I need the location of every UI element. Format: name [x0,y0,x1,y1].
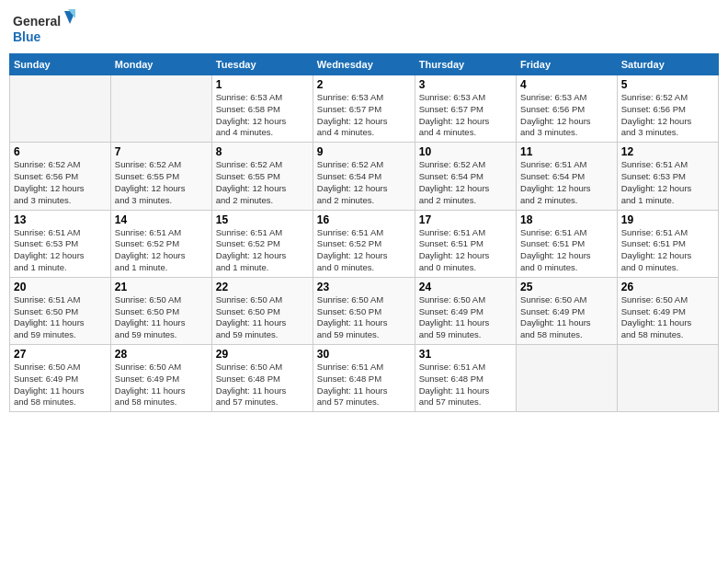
day-info: Sunrise: 6:50 AM Sunset: 6:49 PM Dayligh… [520,294,613,341]
day-info: Sunrise: 6:51 AM Sunset: 6:53 PM Dayligh… [14,227,107,274]
day-number: 27 [14,348,107,361]
day-number: 25 [520,281,613,293]
calendar-day-cell: 25Sunrise: 6:50 AM Sunset: 6:49 PM Dayli… [517,277,618,344]
calendar-day-cell: 30Sunrise: 6:51 AM Sunset: 6:48 PM Dayli… [313,345,415,412]
calendar-week-row: 6Sunrise: 6:52 AM Sunset: 6:56 PM Daylig… [10,143,719,210]
calendar-day-cell: 24Sunrise: 6:50 AM Sunset: 6:49 PM Dayli… [415,277,516,344]
day-info: Sunrise: 6:51 AM Sunset: 6:52 PM Dayligh… [317,227,411,274]
calendar-day-cell: 23Sunrise: 6:50 AM Sunset: 6:50 PM Dayli… [313,277,415,344]
day-info: Sunrise: 6:52 AM Sunset: 6:56 PM Dayligh… [621,92,714,139]
day-number: 29 [216,348,309,361]
day-info: Sunrise: 6:51 AM Sunset: 6:48 PM Dayligh… [419,362,512,408]
day-info: Sunrise: 6:50 AM Sunset: 6:49 PM Dayligh… [14,362,107,408]
day-number: 30 [317,348,411,361]
calendar-day-cell: 7Sunrise: 6:52 AM Sunset: 6:55 PM Daylig… [110,143,211,210]
day-info: Sunrise: 6:53 AM Sunset: 6:57 PM Dayligh… [317,92,411,139]
day-number: 5 [621,78,714,91]
day-info: Sunrise: 6:51 AM Sunset: 6:53 PM Dayligh… [621,159,714,206]
calendar-day-cell: 8Sunrise: 6:52 AM Sunset: 6:55 PM Daylig… [211,143,313,210]
day-number: 7 [115,145,208,158]
calendar-header-saturday: Saturday [617,54,718,75]
day-number: 13 [14,213,107,226]
calendar-header-sunday: Sunday [10,54,111,75]
calendar-day-cell: 4Sunrise: 6:53 AM Sunset: 6:56 PM Daylig… [517,75,618,143]
day-number: 16 [317,213,411,226]
day-info: Sunrise: 6:52 AM Sunset: 6:54 PM Dayligh… [317,159,411,206]
calendar-header-thursday: Thursday [415,54,516,75]
day-number: 1 [216,78,309,91]
calendar-header-monday: Monday [110,54,211,75]
calendar-header-row: SundayMondayTuesdayWednesdayThursdayFrid… [10,54,719,75]
calendar-day-cell: 15Sunrise: 6:51 AM Sunset: 6:52 PM Dayli… [211,210,313,277]
calendar-day-cell: 26Sunrise: 6:50 AM Sunset: 6:49 PM Dayli… [617,277,718,344]
calendar-day-cell: 5Sunrise: 6:52 AM Sunset: 6:56 PM Daylig… [617,75,718,143]
calendar-day-cell: 22Sunrise: 6:50 AM Sunset: 6:50 PM Dayli… [211,277,313,344]
day-number: 9 [317,145,411,158]
day-number: 14 [115,213,208,226]
calendar-day-cell: 3Sunrise: 6:53 AM Sunset: 6:57 PM Daylig… [415,75,516,143]
calendar-day-cell: 16Sunrise: 6:51 AM Sunset: 6:52 PM Dayli… [313,210,415,277]
day-number: 18 [520,213,613,226]
calendar-day-cell [617,345,718,412]
day-number: 12 [621,145,714,158]
calendar-week-row: 13Sunrise: 6:51 AM Sunset: 6:53 PM Dayli… [10,210,719,277]
day-info: Sunrise: 6:50 AM Sunset: 6:50 PM Dayligh… [216,294,309,341]
day-number: 26 [621,281,714,293]
day-info: Sunrise: 6:50 AM Sunset: 6:50 PM Dayligh… [115,294,208,341]
day-number: 15 [216,213,309,226]
page-header: GeneralBlue [9,9,719,46]
day-info: Sunrise: 6:52 AM Sunset: 6:56 PM Dayligh… [14,159,107,206]
day-number: 22 [216,281,309,293]
day-number: 28 [115,348,208,361]
svg-text:General: General [13,14,61,29]
day-info: Sunrise: 6:51 AM Sunset: 6:51 PM Dayligh… [520,227,613,274]
calendar-day-cell [517,345,618,412]
day-info: Sunrise: 6:51 AM Sunset: 6:50 PM Dayligh… [14,294,107,341]
calendar-day-cell: 27Sunrise: 6:50 AM Sunset: 6:49 PM Dayli… [10,345,111,412]
calendar-day-cell: 17Sunrise: 6:51 AM Sunset: 6:51 PM Dayli… [415,210,516,277]
calendar-day-cell: 31Sunrise: 6:51 AM Sunset: 6:48 PM Dayli… [415,345,516,412]
calendar-day-cell: 2Sunrise: 6:53 AM Sunset: 6:57 PM Daylig… [313,75,415,143]
calendar-day-cell: 6Sunrise: 6:52 AM Sunset: 6:56 PM Daylig… [10,143,111,210]
calendar-day-cell [10,75,111,143]
day-number: 10 [419,145,512,158]
calendar-day-cell: 12Sunrise: 6:51 AM Sunset: 6:53 PM Dayli… [617,143,718,210]
day-info: Sunrise: 6:51 AM Sunset: 6:52 PM Dayligh… [115,227,208,274]
calendar-day-cell: 19Sunrise: 6:51 AM Sunset: 6:51 PM Dayli… [617,210,718,277]
day-info: Sunrise: 6:51 AM Sunset: 6:54 PM Dayligh… [520,159,613,206]
day-number: 6 [14,145,107,158]
day-info: Sunrise: 6:51 AM Sunset: 6:52 PM Dayligh… [216,227,309,274]
day-info: Sunrise: 6:50 AM Sunset: 6:48 PM Dayligh… [216,362,309,408]
calendar-day-cell: 29Sunrise: 6:50 AM Sunset: 6:48 PM Dayli… [211,345,313,412]
day-number: 11 [520,145,613,158]
calendar-day-cell: 10Sunrise: 6:52 AM Sunset: 6:54 PM Dayli… [415,143,516,210]
calendar-week-row: 20Sunrise: 6:51 AM Sunset: 6:50 PM Dayli… [10,277,719,344]
day-info: Sunrise: 6:52 AM Sunset: 6:55 PM Dayligh… [115,159,208,206]
day-number: 21 [115,281,208,293]
calendar-day-cell: 14Sunrise: 6:51 AM Sunset: 6:52 PM Dayli… [110,210,211,277]
day-number: 24 [419,281,512,293]
day-number: 8 [216,145,309,158]
calendar-table: SundayMondayTuesdayWednesdayThursdayFrid… [9,53,719,412]
calendar-header-friday: Friday [517,54,618,75]
day-number: 3 [419,78,512,91]
day-number: 19 [621,213,714,226]
day-info: Sunrise: 6:53 AM Sunset: 6:58 PM Dayligh… [216,92,309,139]
calendar-day-cell: 1Sunrise: 6:53 AM Sunset: 6:58 PM Daylig… [211,75,313,143]
calendar-day-cell: 21Sunrise: 6:50 AM Sunset: 6:50 PM Dayli… [110,277,211,344]
day-number: 31 [419,348,512,361]
day-info: Sunrise: 6:52 AM Sunset: 6:54 PM Dayligh… [419,159,512,206]
svg-text:Blue: Blue [13,29,41,44]
calendar-day-cell: 20Sunrise: 6:51 AM Sunset: 6:50 PM Dayli… [10,277,111,344]
day-info: Sunrise: 6:53 AM Sunset: 6:57 PM Dayligh… [419,92,512,139]
logo: GeneralBlue [13,9,77,46]
day-info: Sunrise: 6:50 AM Sunset: 6:49 PM Dayligh… [419,294,512,341]
calendar-day-cell: 28Sunrise: 6:50 AM Sunset: 6:49 PM Dayli… [110,345,211,412]
day-info: Sunrise: 6:51 AM Sunset: 6:51 PM Dayligh… [621,227,714,274]
day-number: 4 [520,78,613,91]
day-info: Sunrise: 6:50 AM Sunset: 6:49 PM Dayligh… [621,294,714,341]
day-info: Sunrise: 6:53 AM Sunset: 6:56 PM Dayligh… [520,92,613,139]
day-number: 2 [317,78,411,91]
day-info: Sunrise: 6:52 AM Sunset: 6:55 PM Dayligh… [216,159,309,206]
calendar-week-row: 1Sunrise: 6:53 AM Sunset: 6:58 PM Daylig… [10,75,719,143]
